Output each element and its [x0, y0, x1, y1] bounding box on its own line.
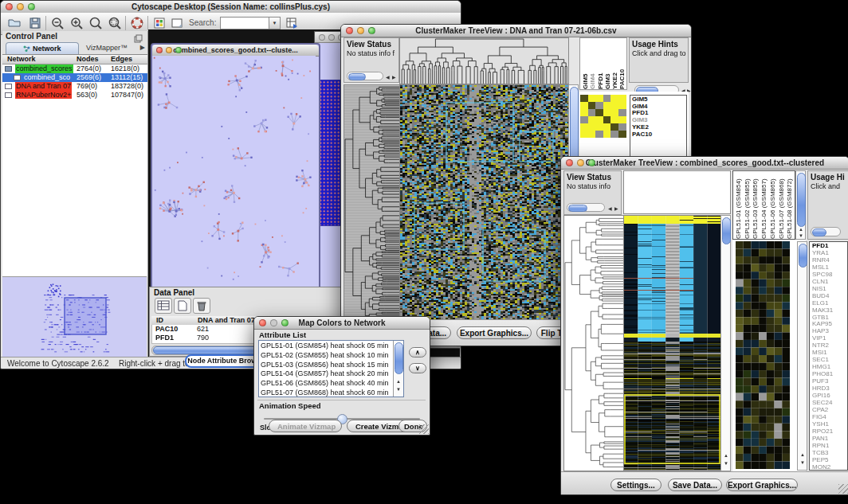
- minimize-icon[interactable]: [328, 34, 335, 41]
- tv2-zoom-vscroll[interactable]: ▲ ▼: [797, 241, 807, 471]
- gene-label[interactable]: GPI16: [812, 393, 847, 400]
- scroll-left-icon[interactable]: ◀: [608, 206, 612, 211]
- attribute-listbox[interactable]: GPL51-01 (GSM854) heat shock 05 minGPL51…: [258, 340, 404, 397]
- gene-label[interactable]: CLN1: [812, 279, 847, 286]
- col-header-network[interactable]: Network: [7, 55, 36, 64]
- gene-label[interactable]: RPO21: [812, 428, 847, 436]
- close-icon[interactable]: [346, 27, 353, 34]
- export-graphics-button[interactable]: Export Graphics...: [457, 326, 532, 339]
- zoom-selected-icon[interactable]: [106, 14, 124, 32]
- gene-label[interactable]: HRD3: [812, 385, 847, 393]
- help-lifering-icon[interactable]: [128, 14, 146, 32]
- dp-col-id[interactable]: ID: [156, 316, 163, 325]
- minimize-icon[interactable]: [577, 159, 584, 166]
- close-icon[interactable]: [156, 47, 163, 53]
- network-overview-canvas[interactable]: [2, 276, 147, 357]
- tv1-column-dendrogram[interactable]: [399, 37, 569, 84]
- network-list-row[interactable]: DNA and Tran 07769(0)183728(0): [2, 82, 147, 91]
- gene-label[interactable]: HMG1: [812, 364, 847, 371]
- tv1-zoom-heatmap[interactable]: [580, 95, 626, 138]
- attribute-item[interactable]: GPL51-03 (GSM856) heat shock 15 min: [261, 361, 388, 370]
- attribute-list-vscroll[interactable]: ▲ ▼: [393, 341, 403, 397]
- col-header-edges[interactable]: Edges: [111, 55, 132, 64]
- scroll-down-icon[interactable]: ▼: [799, 233, 803, 238]
- zoom-window-icon[interactable]: [28, 3, 35, 10]
- attribute-item[interactable]: GPL51-02 (GSM855) heat shock 10 min: [261, 351, 388, 361]
- tv2-zoom-heatmap[interactable]: [736, 241, 790, 469]
- gene-label[interactable]: YRA1: [812, 250, 847, 257]
- zoom-fit-icon[interactable]: [87, 14, 104, 32]
- animate-vizmap-button[interactable]: Animate Vizmap: [269, 420, 342, 432]
- network-list-row[interactable]: combined_sco2569(6)13112(15): [2, 73, 147, 82]
- scroll-right-icon[interactable]: ▶: [614, 206, 618, 211]
- attribute-item[interactable]: GPL51-07 (GSM868) heat shock 60 min: [261, 389, 388, 397]
- gene-label[interactable]: PFD1: [812, 243, 847, 250]
- open-file-button[interactable]: [6, 14, 23, 32]
- scroll-up-icon[interactable]: ▲: [800, 452, 805, 457]
- minimize-icon[interactable]: [270, 319, 277, 326]
- delete-attribute-trash-icon[interactable]: [193, 298, 210, 314]
- close-icon[interactable]: [566, 159, 573, 166]
- settings-button[interactable]: Settings...: [610, 479, 662, 491]
- tv1-global-heatmap[interactable]: [399, 84, 569, 320]
- gene-label[interactable]: ELG1: [812, 300, 847, 307]
- gene-label[interactable]: FIG4: [812, 414, 847, 421]
- save-session-button[interactable]: [26, 14, 44, 32]
- gene-label[interactable]: NIS1: [812, 286, 847, 293]
- close-icon[interactable]: [319, 34, 325, 41]
- gene-label[interactable]: MSL1: [812, 264, 847, 272]
- col-header-nodes[interactable]: Nodes: [77, 55, 99, 64]
- export-graphics-button[interactable]: Export Graphics...: [726, 479, 798, 491]
- gene-label[interactable]: RPN1: [812, 443, 847, 450]
- gene-label[interactable]: GTB1: [812, 315, 847, 322]
- resize-grip[interactable]: [838, 484, 848, 494]
- scroll-down-icon[interactable]: ▼: [396, 387, 401, 392]
- treeview2-titlebar[interactable]: ClusterMaker TreeView : combined_scores_…: [561, 157, 848, 170]
- gene-label[interactable]: VIP1: [812, 335, 847, 342]
- gene-label[interactable]: SPC98: [812, 272, 847, 279]
- close-icon[interactable]: [6, 3, 13, 10]
- attribute-item[interactable]: GPL51-06 (GSM865) heat shock 40 min: [261, 379, 388, 389]
- network-canvas[interactable]: [152, 56, 316, 290]
- network-list-row[interactable]: combined_scores2764(0)16218(0): [2, 64, 147, 73]
- attribute-item[interactable]: GPL51-04 (GSM857) heat shock 20 min: [261, 369, 388, 379]
- main-titlebar[interactable]: Cytoscape Desktop (Session Name: collins…: [1, 1, 461, 14]
- zoom-window-icon[interactable]: [281, 319, 289, 326]
- minimize-icon[interactable]: [17, 3, 24, 10]
- resize-grip[interactable]: [419, 424, 429, 434]
- scroll-up-icon[interactable]: ▲: [799, 227, 803, 232]
- gene-label[interactable]: CPA2: [812, 407, 847, 414]
- minimize-icon[interactable]: [357, 27, 364, 34]
- move-up-button[interactable]: ∧: [409, 347, 426, 357]
- tv2-labels-vscroll[interactable]: ▲ ▼: [795, 170, 806, 240]
- scroll-down-icon[interactable]: ▼: [800, 460, 805, 465]
- gene-label[interactable]: PUF3: [812, 378, 847, 385]
- gene-label[interactable]: KAP95: [812, 321, 847, 328]
- new-attribute-icon[interactable]: [174, 298, 191, 314]
- move-down-button[interactable]: ∨: [409, 363, 426, 373]
- zoom-window-icon[interactable]: [588, 159, 595, 166]
- gene-label[interactable]: TCB3: [812, 450, 847, 457]
- search-input[interactable]: [220, 17, 271, 29]
- scroll-left-icon[interactable]: ◀: [386, 75, 390, 80]
- tv2-column-dendrogram-area[interactable]: [623, 170, 731, 214]
- gene-label[interactable]: YSH1: [812, 421, 847, 428]
- tv2-global-heatmap[interactable]: [623, 215, 722, 471]
- h-scrollbar[interactable]: [567, 203, 605, 212]
- zoom-window-icon[interactable]: [368, 27, 375, 34]
- gene-label[interactable]: SEC1: [812, 357, 847, 364]
- gene-label[interactable]: PAC10: [632, 131, 686, 139]
- tv1-row-dendrogram[interactable]: [344, 84, 401, 320]
- gene-label[interactable]: MSI1: [812, 350, 847, 357]
- dialog-titlebar[interactable]: Map Colors to Network: [254, 317, 430, 330]
- gene-label[interactable]: HAP3: [812, 328, 847, 335]
- tv2-row-dendrogram[interactable]: [563, 215, 625, 471]
- close-icon[interactable]: [259, 319, 266, 326]
- attribute-item[interactable]: GPL51-01 (GSM854) heat shock 05 min: [261, 342, 388, 351]
- scroll-down-icon[interactable]: ▼: [724, 461, 728, 466]
- zoom-window-icon[interactable]: [175, 47, 182, 53]
- treeview1-titlebar[interactable]: ClusterMaker TreeView : DNA and Tran 07-…: [341, 25, 691, 37]
- h-scrollbar[interactable]: [811, 227, 841, 236]
- gene-label[interactable]: PHO81: [812, 371, 847, 378]
- gene-label[interactable]: MAK31: [812, 307, 847, 315]
